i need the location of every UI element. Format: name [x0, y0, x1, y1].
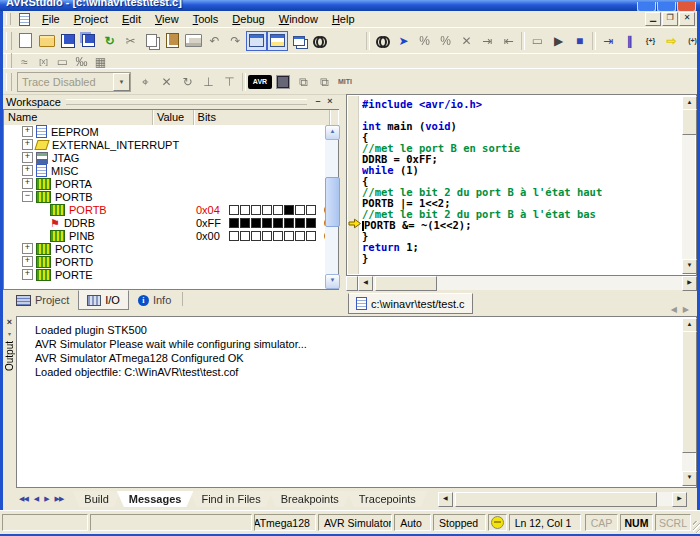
tree-row-jtag[interactable]: +JTAG	[4, 151, 325, 164]
trace-stop-button[interactable]: ⊤	[219, 72, 240, 92]
cut-button[interactable]: ✂	[120, 31, 141, 51]
menu-tools[interactable]: Tools	[186, 12, 226, 26]
menu-help[interactable]: Help	[325, 12, 362, 26]
outdent-button[interactable]: ⇤	[498, 31, 519, 51]
isp-connection-button[interactable]: ⧉	[314, 72, 335, 92]
bit-6-checkbox[interactable]	[240, 231, 250, 241]
avr-simulator-badge[interactable]: AVR	[248, 75, 272, 89]
bit-3-checkbox[interactable]	[273, 205, 283, 215]
show-next-statement-button[interactable]: ▭	[527, 31, 548, 51]
bit-3-checkbox[interactable]	[273, 218, 283, 228]
toggle-workspace-button[interactable]	[246, 31, 267, 51]
tree-row-portb-reg[interactable]: PORTB0x040X18 (0X38)	[4, 203, 325, 216]
scroll-thumb[interactable]	[325, 177, 340, 227]
tab-project[interactable]: Project	[7, 290, 78, 310]
trace-start-button[interactable]: ⊥	[198, 72, 219, 92]
bookmark-next-button[interactable]: %	[435, 31, 456, 51]
bit-2-checkbox[interactable]	[284, 218, 294, 228]
reload-objectfile-button[interactable]: ↻	[99, 31, 120, 51]
bit-7-checkbox[interactable]	[229, 218, 239, 228]
tab-prev-icon[interactable]: ◀	[31, 495, 41, 503]
reset-button[interactable]: ⇥	[598, 31, 619, 51]
run-button[interactable]: ▶	[548, 31, 569, 51]
tab-prev-icon[interactable]: ◀	[671, 305, 677, 314]
scroll-track[interactable]	[453, 492, 672, 506]
step-into-button[interactable]: {+}	[640, 31, 661, 51]
run-to-cursor-button[interactable]: ⇨	[661, 31, 682, 51]
toggle-output-button[interactable]	[267, 31, 288, 51]
trace-refresh-button[interactable]: ↻	[177, 72, 198, 92]
output-vscrollbar[interactable]: ▲ ▼	[682, 318, 695, 486]
new-file-button[interactable]	[15, 31, 36, 51]
bit-4-checkbox[interactable]	[262, 218, 272, 228]
bit-6-checkbox[interactable]	[240, 218, 250, 228]
scroll-right-button[interactable]: ▶	[672, 492, 687, 507]
bit-6-checkbox[interactable]	[240, 205, 250, 215]
maximize-button[interactable]	[657, 2, 676, 11]
editor-vscrollbar[interactable]: ▲ ▼	[682, 96, 695, 274]
goto-button[interactable]: ➤	[393, 31, 414, 51]
tree-row-external_interrupt[interactable]: +EXTERNAL_INTERRUPT	[4, 138, 325, 151]
tree-row-misc[interactable]: +MISC	[4, 164, 325, 177]
trace-combobox[interactable]: Trace Disabled ▼	[17, 72, 131, 92]
print-button[interactable]	[183, 31, 204, 51]
scroll-left-button[interactable]: ◀	[438, 492, 453, 507]
editor-margin[interactable]	[348, 96, 359, 274]
scroll-up-button[interactable]: ▲	[325, 125, 340, 140]
mdi-minimize-button[interactable]: ▁	[645, 12, 661, 26]
trace-grid-button[interactable]: ▦	[91, 54, 110, 69]
menu-file[interactable]: File	[35, 12, 67, 26]
stop-button[interactable]: ■	[569, 31, 590, 51]
cascade-windows-button[interactable]	[288, 31, 309, 51]
bit-5-checkbox[interactable]	[251, 218, 261, 228]
copy-button[interactable]	[141, 31, 162, 51]
tree-row-portd[interactable]: +PORTD	[4, 255, 325, 268]
find-button[interactable]	[372, 31, 393, 51]
bit-5-checkbox[interactable]	[251, 205, 261, 215]
undo-button[interactable]: ↶	[204, 31, 225, 51]
expand-plus-icon[interactable]: +	[22, 152, 33, 163]
device-chip-button[interactable]	[272, 72, 293, 92]
bit-1-checkbox[interactable]	[295, 231, 305, 241]
bit-0-checkbox[interactable]	[306, 218, 316, 228]
output-messages-view[interactable]: Loaded plugin STK500AVR Simulator Please…	[16, 316, 697, 488]
paste-button[interactable]	[162, 31, 183, 51]
output-pin-icon[interactable]: ▾	[8, 330, 11, 337]
scroll-left-button[interactable]: ◀	[358, 276, 373, 291]
expand-plus-icon[interactable]: +	[22, 243, 33, 254]
tree-row-porte[interactable]: +PORTE	[4, 268, 325, 281]
scroll-thumb[interactable]	[682, 109, 697, 135]
tab-find-in-files[interactable]: Find in Files	[189, 491, 272, 507]
redo-button[interactable]: ↷	[225, 31, 246, 51]
output-close-icon[interactable]: ×	[7, 318, 12, 327]
expand-plus-icon[interactable]: +	[22, 165, 33, 176]
find-in-files-button[interactable]	[309, 31, 330, 51]
expand-plus-icon[interactable]: +	[22, 269, 33, 280]
tree-row-ddrb-reg[interactable]: ⚑DDRB0xFF0X17 (0X37)	[4, 216, 325, 229]
menu-debug[interactable]: Debug	[225, 12, 271, 26]
indent-button[interactable]: ⇥	[477, 31, 498, 51]
scroll-thumb[interactable]	[455, 492, 657, 507]
tab-info[interactable]: i Info	[129, 290, 180, 310]
trace-pointer-button[interactable]: ⌖	[135, 72, 156, 92]
save-file-button[interactable]	[57, 31, 78, 51]
bit-1-checkbox[interactable]	[295, 205, 305, 215]
mdi-restore-button[interactable]: ❐	[662, 12, 678, 26]
bit-4-checkbox[interactable]	[262, 205, 272, 215]
close-button[interactable]	[677, 2, 696, 11]
bookmark-toggle-button[interactable]: %	[414, 31, 435, 51]
mdi-close-button[interactable]: ✕	[679, 12, 695, 26]
editor-hscrollbar[interactable]: ◀ ▶	[346, 276, 697, 290]
workspace-pin-button[interactable]: –	[312, 96, 324, 108]
bookmark-clear-button[interactable]: ✕	[456, 31, 477, 51]
scroll-track[interactable]	[373, 276, 682, 290]
expand-plus-icon[interactable]: +	[22, 178, 33, 189]
ice-platform-button[interactable]: MITI	[335, 72, 355, 92]
scroll-thumb[interactable]	[682, 331, 697, 453]
save-all-button[interactable]	[78, 31, 99, 51]
chevron-down-icon[interactable]: ▼	[113, 73, 130, 91]
resize-grip[interactable]	[693, 521, 700, 533]
tab-breakpoints[interactable]: Breakpoints	[269, 491, 351, 507]
trace-opcodes-button[interactable]: [x]	[34, 54, 53, 69]
scroll-down-button[interactable]: ▼	[325, 274, 340, 289]
